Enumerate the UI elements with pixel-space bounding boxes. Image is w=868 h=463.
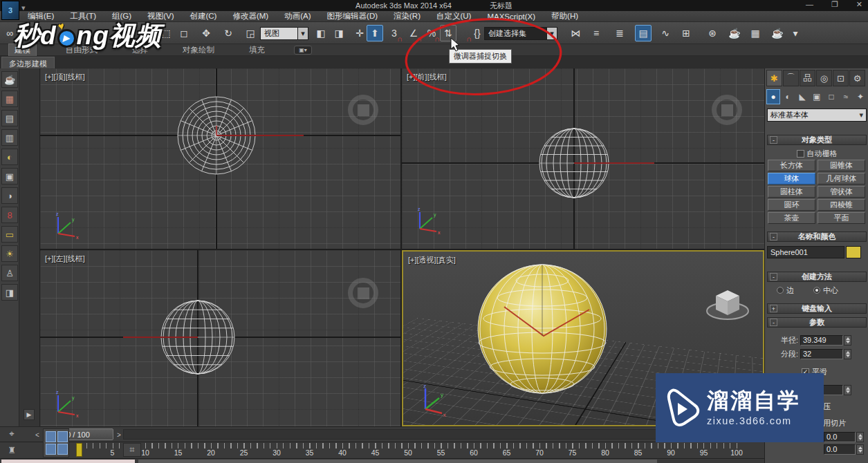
- teapot-icon[interactable]: ☕: [1, 71, 18, 88]
- render-production-icon[interactable]: ☕: [769, 25, 786, 41]
- edge-radio[interactable]: [777, 287, 784, 294]
- swatch-icon[interactable]: ▭: [1, 226, 18, 243]
- angle-snap-icon[interactable]: ∠∩: [405, 25, 422, 41]
- toolbar-flyout-button[interactable]: ▶: [24, 409, 35, 420]
- menu-item-8[interactable]: 图形编辑器(D): [327, 11, 378, 21]
- next-frame-button[interactable]: >: [115, 429, 123, 440]
- object-name-input[interactable]: Sphere001: [767, 246, 844, 258]
- select-and-manipulate-icon[interactable]: ✛: [351, 25, 368, 41]
- collapse-icon[interactable]: -: [770, 319, 777, 326]
- viewcube-icon[interactable]: [712, 95, 742, 125]
- coordinate-system-dropdown[interactable]: 视图 ▾: [260, 27, 308, 40]
- close-button[interactable]: ✕: [856, 0, 862, 9]
- rendered-frame-window-icon[interactable]: ▦: [747, 25, 764, 41]
- viewport-label[interactable]: [+][左][线框]: [45, 254, 85, 264]
- selection-lock-icon[interactable]: ⌖: [3, 427, 21, 441]
- panel-subtab-cameras[interactable]: ▣: [810, 89, 824, 104]
- chevron-down-icon[interactable]: ▾: [546, 28, 557, 39]
- snap-toggle-3d-icon[interactable]: 3∩: [386, 25, 403, 41]
- panel-subtab-geometry[interactable]: ●: [766, 89, 780, 104]
- slice-from-field[interactable]: 0.0: [824, 432, 856, 442]
- menu-item-7[interactable]: 动画(A): [284, 11, 311, 21]
- panel-tab-create[interactable]: ✱: [766, 70, 782, 86]
- rollout-name-color[interactable]: - 名称和颜色: [767, 232, 867, 242]
- viewcube-icon[interactable]: [348, 95, 378, 125]
- object-color-swatch[interactable]: [846, 246, 861, 258]
- collapse-icon[interactable]: -: [770, 233, 777, 240]
- panel-tab-modify[interactable]: ⌒: [783, 70, 799, 86]
- quick-access-caret-icon[interactable]: ▾: [21, 3, 26, 12]
- autogrid-checkbox[interactable]: [797, 150, 804, 158]
- sphere-shaded[interactable]: [474, 261, 610, 397]
- panel-b-icon[interactable]: ▥: [1, 129, 18, 146]
- current-frame-marker[interactable]: [76, 443, 82, 457]
- bulb-icon[interactable]: ◐: [1, 149, 18, 165]
- object-type-button[interactable]: 平面: [818, 212, 865, 224]
- panel-subtab-systems[interactable]: ✦: [853, 89, 867, 104]
- viewcube-icon[interactable]: [705, 281, 750, 323]
- curve-editor-icon[interactable]: ∿: [657, 25, 674, 41]
- object-type-button[interactable]: 长方体: [768, 160, 815, 171]
- ribbon-tab-4[interactable]: 对象绘制: [177, 44, 220, 56]
- previous-frame-button[interactable]: <: [33, 429, 41, 440]
- viewport-label[interactable]: [+][前][线框]: [407, 72, 447, 82]
- red-eight-icon[interactable]: 8: [1, 207, 18, 223]
- panel-subtab-shapes[interactable]: ◐: [781, 89, 795, 104]
- render-setup-icon[interactable]: ☕: [726, 25, 743, 41]
- key-mode-icon[interactable]: ⌗: [123, 443, 141, 457]
- viewport-left[interactable]: zyx [+][左][线框]: [40, 250, 400, 426]
- panel-subtab-helpers[interactable]: □: [824, 89, 838, 104]
- dope-sheet-icon[interactable]: ⊞: [678, 25, 694, 41]
- viewport-label[interactable]: [+][顶][线框]: [45, 72, 85, 82]
- expand-icon[interactable]: +: [770, 305, 777, 312]
- select-and-rotate-icon[interactable]: ↻: [220, 25, 237, 41]
- mirror-icon[interactable]: ⋈: [567, 25, 584, 41]
- object-type-button[interactable]: 四棱锥: [818, 199, 865, 211]
- collapse-icon[interactable]: -: [770, 136, 777, 144]
- chevron-down-icon[interactable]: ▾: [297, 28, 308, 39]
- panel-tab-display[interactable]: ⊡: [833, 70, 849, 86]
- category-dropdown[interactable]: 标准基本体 ▾: [767, 108, 867, 122]
- named-selection-set-dropdown[interactable]: 创建选择集 ▾: [484, 27, 557, 40]
- align-icon[interactable]: ≡: [588, 25, 604, 41]
- render-flyout-icon[interactable]: ▾: [787, 25, 804, 41]
- shape-icon[interactable]: ◨: [1, 284, 18, 301]
- named-selection-sets-icon[interactable]: {}: [469, 25, 486, 41]
- panel-subtab-lights[interactable]: ◣: [795, 89, 809, 104]
- segments-field[interactable]: 32: [800, 349, 843, 359]
- object-type-button[interactable]: 球体: [768, 173, 815, 185]
- panel-tab-hierarchy[interactable]: 品: [800, 70, 815, 86]
- rollout-object-type[interactable]: - 对象类型: [767, 135, 867, 145]
- slice-to-spinner[interactable]: [856, 444, 864, 455]
- radius-spinner[interactable]: [844, 335, 851, 346]
- restore-button[interactable]: ❐: [831, 0, 838, 9]
- app-logo[interactable]: 3: [1, 1, 19, 20]
- hemisphere-spinner[interactable]: [844, 385, 851, 395]
- panel-a-icon[interactable]: ▤: [1, 110, 18, 126]
- figure-icon[interactable]: ♙: [1, 265, 18, 281]
- slice-from-spinner[interactable]: [856, 432, 864, 442]
- menu-item-5[interactable]: 创建(C): [190, 11, 216, 21]
- rollout-keyboard-entry[interactable]: + 键盘输入: [767, 303, 867, 314]
- viewport-label[interactable]: [+][透视][真实]: [408, 255, 456, 265]
- rollout-creation-method[interactable]: - 创建方法: [767, 272, 867, 282]
- sun-icon[interactable]: ☀: [1, 245, 18, 262]
- rollout-parameters[interactable]: - 参数: [767, 317, 867, 328]
- radius-field[interactable]: 39.349: [800, 335, 843, 346]
- object-type-button[interactable]: 圆锥体: [818, 160, 865, 171]
- viewport-front[interactable]: zyx [+][前][线框]: [402, 68, 764, 249]
- collapse-icon[interactable]: -: [770, 273, 777, 281]
- schematic-view-icon[interactable]: ♜: [3, 443, 21, 457]
- panel-tab-utilities[interactable]: ⚙: [849, 70, 865, 86]
- window-crossing-icon[interactable]: ◻: [176, 25, 192, 41]
- object-type-button[interactable]: 茶壶: [768, 212, 815, 224]
- object-type-button[interactable]: 圆环: [768, 199, 815, 211]
- polygon-modeling-tab[interactable]: 多边形建模: [1, 57, 55, 68]
- menu-item-9[interactable]: 渲染(R): [394, 11, 421, 21]
- circle-icon[interactable]: ◑: [1, 187, 18, 204]
- track-bar[interactable]: 0510152025303540455055606570758085909510…: [0, 442, 764, 458]
- panel-subtab-space-warps[interactable]: ≈: [839, 89, 853, 104]
- maxscript-mini-listener[interactable]: [1, 460, 135, 463]
- menu-item-6[interactable]: 修改器(M): [232, 11, 268, 21]
- keyboard-override-icon[interactable]: ⬆: [367, 25, 383, 41]
